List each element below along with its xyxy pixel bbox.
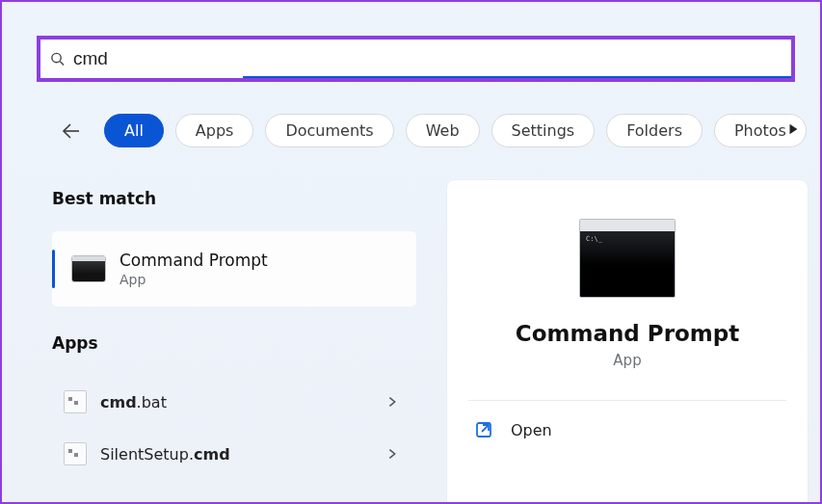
open-icon <box>474 420 493 439</box>
preview-app-icon <box>579 219 676 298</box>
app-result-label-prefix: cmd <box>100 393 137 411</box>
chevron-right-icon <box>385 395 399 409</box>
preview-title: Command Prompt <box>447 321 808 346</box>
filter-chip-apps[interactable]: Apps <box>175 114 254 147</box>
search-input[interactable] <box>40 40 243 78</box>
batch-file-icon <box>64 390 87 413</box>
preview-divider <box>468 400 786 401</box>
filter-chip-all[interactable]: All <box>104 114 164 147</box>
filter-row: All Apps Documents Web Settings Folders … <box>56 114 818 147</box>
svg-point-0 <box>52 53 61 62</box>
app-result-silentsetup-cmd[interactable]: SilentSetup.cmd <box>52 428 416 480</box>
preview-action-label: Open <box>511 421 552 439</box>
svg-line-5 <box>482 425 489 432</box>
filter-chip-settings[interactable]: Settings <box>491 114 596 147</box>
batch-file-icon <box>64 442 87 465</box>
filter-chip-web[interactable]: Web <box>406 114 480 147</box>
results-left-column: Best match Command Prompt App Apps cmd.b… <box>52 189 416 480</box>
filter-chip-documents[interactable]: Documents <box>265 114 393 147</box>
app-result-label-suffix: cmd <box>194 445 230 464</box>
best-match-subtitle: App <box>119 272 268 287</box>
best-match-item[interactable]: Command Prompt App <box>52 231 416 306</box>
back-button[interactable] <box>56 116 87 146</box>
command-prompt-icon <box>71 255 106 282</box>
search-icon <box>50 52 65 66</box>
app-result-label-prefix: SilentSetup. <box>100 445 194 464</box>
app-result-label-suffix: .bat <box>137 393 167 411</box>
preview-action-open[interactable]: Open <box>447 409 808 451</box>
svg-line-1 <box>60 62 64 66</box>
chevron-right-icon <box>385 447 399 461</box>
best-match-heading: Best match <box>52 189 416 208</box>
search-bar-rest <box>243 40 791 78</box>
search-bar[interactable] <box>37 36 795 82</box>
apps-heading: Apps <box>52 333 416 353</box>
preview-pane: Command Prompt App Open <box>447 180 808 504</box>
best-match-title: Command Prompt <box>119 251 268 270</box>
filter-scroll-right-button[interactable] <box>778 114 809 145</box>
app-result-cmd-bat[interactable]: cmd.bat <box>52 376 416 428</box>
filter-chip-folders[interactable]: Folders <box>606 114 703 147</box>
svg-marker-3 <box>790 124 798 135</box>
preview-subtitle: App <box>447 352 808 369</box>
